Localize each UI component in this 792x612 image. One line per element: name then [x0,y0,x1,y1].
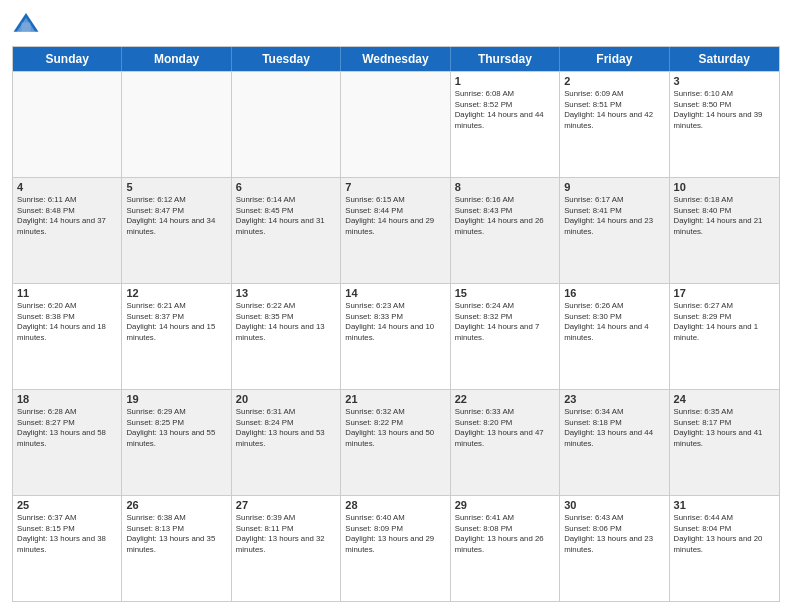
calendar-cell: 21Sunrise: 6:32 AM Sunset: 8:22 PM Dayli… [341,390,450,495]
calendar-cell [232,72,341,177]
calendar-cell: 31Sunrise: 6:44 AM Sunset: 8:04 PM Dayli… [670,496,779,601]
calendar-cell: 3Sunrise: 6:10 AM Sunset: 8:50 PM Daylig… [670,72,779,177]
day-number: 26 [126,499,226,511]
calendar-cell: 26Sunrise: 6:38 AM Sunset: 8:13 PM Dayli… [122,496,231,601]
calendar-cell: 7Sunrise: 6:15 AM Sunset: 8:44 PM Daylig… [341,178,450,283]
day-number: 28 [345,499,445,511]
calendar-cell: 20Sunrise: 6:31 AM Sunset: 8:24 PM Dayli… [232,390,341,495]
day-number: 2 [564,75,664,87]
calendar-cell: 10Sunrise: 6:18 AM Sunset: 8:40 PM Dayli… [670,178,779,283]
day-number: 6 [236,181,336,193]
day-info: Sunrise: 6:37 AM Sunset: 8:15 PM Dayligh… [17,513,117,555]
calendar-cell: 11Sunrise: 6:20 AM Sunset: 8:38 PM Dayli… [13,284,122,389]
calendar-cell: 4Sunrise: 6:11 AM Sunset: 8:48 PM Daylig… [13,178,122,283]
day-info: Sunrise: 6:11 AM Sunset: 8:48 PM Dayligh… [17,195,117,237]
day-info: Sunrise: 6:22 AM Sunset: 8:35 PM Dayligh… [236,301,336,343]
day-number: 17 [674,287,775,299]
calendar-cell [341,72,450,177]
weekday-header: Saturday [670,47,779,71]
calendar-cell: 9Sunrise: 6:17 AM Sunset: 8:41 PM Daylig… [560,178,669,283]
day-number: 25 [17,499,117,511]
calendar-cell: 23Sunrise: 6:34 AM Sunset: 8:18 PM Dayli… [560,390,669,495]
day-number: 11 [17,287,117,299]
day-info: Sunrise: 6:14 AM Sunset: 8:45 PM Dayligh… [236,195,336,237]
day-info: Sunrise: 6:29 AM Sunset: 8:25 PM Dayligh… [126,407,226,449]
day-number: 18 [17,393,117,405]
calendar-cell: 29Sunrise: 6:41 AM Sunset: 8:08 PM Dayli… [451,496,560,601]
day-info: Sunrise: 6:38 AM Sunset: 8:13 PM Dayligh… [126,513,226,555]
calendar-cell: 24Sunrise: 6:35 AM Sunset: 8:17 PM Dayli… [670,390,779,495]
calendar-row: 11Sunrise: 6:20 AM Sunset: 8:38 PM Dayli… [13,283,779,389]
calendar-cell: 18Sunrise: 6:28 AM Sunset: 8:27 PM Dayli… [13,390,122,495]
weekday-header: Sunday [13,47,122,71]
day-number: 14 [345,287,445,299]
day-number: 22 [455,393,555,405]
day-number: 30 [564,499,664,511]
day-number: 4 [17,181,117,193]
day-info: Sunrise: 6:31 AM Sunset: 8:24 PM Dayligh… [236,407,336,449]
calendar-cell: 5Sunrise: 6:12 AM Sunset: 8:47 PM Daylig… [122,178,231,283]
day-info: Sunrise: 6:17 AM Sunset: 8:41 PM Dayligh… [564,195,664,237]
day-info: Sunrise: 6:21 AM Sunset: 8:37 PM Dayligh… [126,301,226,343]
day-number: 8 [455,181,555,193]
calendar-row: 18Sunrise: 6:28 AM Sunset: 8:27 PM Dayli… [13,389,779,495]
day-info: Sunrise: 6:41 AM Sunset: 8:08 PM Dayligh… [455,513,555,555]
calendar-cell: 14Sunrise: 6:23 AM Sunset: 8:33 PM Dayli… [341,284,450,389]
day-number: 27 [236,499,336,511]
calendar-cell: 8Sunrise: 6:16 AM Sunset: 8:43 PM Daylig… [451,178,560,283]
day-number: 13 [236,287,336,299]
calendar-cell: 17Sunrise: 6:27 AM Sunset: 8:29 PM Dayli… [670,284,779,389]
calendar-cell: 19Sunrise: 6:29 AM Sunset: 8:25 PM Dayli… [122,390,231,495]
calendar-cell: 13Sunrise: 6:22 AM Sunset: 8:35 PM Dayli… [232,284,341,389]
weekday-header: Friday [560,47,669,71]
calendar-body: 1Sunrise: 6:08 AM Sunset: 8:52 PM Daylig… [13,71,779,601]
calendar-cell: 30Sunrise: 6:43 AM Sunset: 8:06 PM Dayli… [560,496,669,601]
weekday-header: Tuesday [232,47,341,71]
day-number: 10 [674,181,775,193]
day-info: Sunrise: 6:24 AM Sunset: 8:32 PM Dayligh… [455,301,555,343]
calendar-cell: 27Sunrise: 6:39 AM Sunset: 8:11 PM Dayli… [232,496,341,601]
day-info: Sunrise: 6:15 AM Sunset: 8:44 PM Dayligh… [345,195,445,237]
calendar-cell: 25Sunrise: 6:37 AM Sunset: 8:15 PM Dayli… [13,496,122,601]
day-number: 29 [455,499,555,511]
day-info: Sunrise: 6:16 AM Sunset: 8:43 PM Dayligh… [455,195,555,237]
calendar-cell: 15Sunrise: 6:24 AM Sunset: 8:32 PM Dayli… [451,284,560,389]
day-info: Sunrise: 6:20 AM Sunset: 8:38 PM Dayligh… [17,301,117,343]
day-info: Sunrise: 6:26 AM Sunset: 8:30 PM Dayligh… [564,301,664,343]
day-number: 15 [455,287,555,299]
day-number: 9 [564,181,664,193]
day-number: 31 [674,499,775,511]
weekday-header: Thursday [451,47,560,71]
day-number: 19 [126,393,226,405]
calendar-cell: 6Sunrise: 6:14 AM Sunset: 8:45 PM Daylig… [232,178,341,283]
day-info: Sunrise: 6:09 AM Sunset: 8:51 PM Dayligh… [564,89,664,131]
day-number: 12 [126,287,226,299]
day-number: 23 [564,393,664,405]
day-info: Sunrise: 6:33 AM Sunset: 8:20 PM Dayligh… [455,407,555,449]
weekday-header: Monday [122,47,231,71]
day-info: Sunrise: 6:28 AM Sunset: 8:27 PM Dayligh… [17,407,117,449]
day-info: Sunrise: 6:39 AM Sunset: 8:11 PM Dayligh… [236,513,336,555]
logo-icon [12,10,40,38]
svg-rect-2 [21,22,30,31]
calendar: SundayMondayTuesdayWednesdayThursdayFrid… [12,46,780,602]
calendar-cell: 12Sunrise: 6:21 AM Sunset: 8:37 PM Dayli… [122,284,231,389]
day-number: 20 [236,393,336,405]
day-info: Sunrise: 6:34 AM Sunset: 8:18 PM Dayligh… [564,407,664,449]
day-number: 1 [455,75,555,87]
calendar-row: 1Sunrise: 6:08 AM Sunset: 8:52 PM Daylig… [13,71,779,177]
calendar-header: SundayMondayTuesdayWednesdayThursdayFrid… [13,47,779,71]
day-info: Sunrise: 6:32 AM Sunset: 8:22 PM Dayligh… [345,407,445,449]
day-number: 7 [345,181,445,193]
day-info: Sunrise: 6:43 AM Sunset: 8:06 PM Dayligh… [564,513,664,555]
calendar-cell [13,72,122,177]
calendar-cell: 22Sunrise: 6:33 AM Sunset: 8:20 PM Dayli… [451,390,560,495]
day-number: 5 [126,181,226,193]
day-info: Sunrise: 6:08 AM Sunset: 8:52 PM Dayligh… [455,89,555,131]
day-info: Sunrise: 6:35 AM Sunset: 8:17 PM Dayligh… [674,407,775,449]
calendar-cell: 2Sunrise: 6:09 AM Sunset: 8:51 PM Daylig… [560,72,669,177]
calendar-row: 25Sunrise: 6:37 AM Sunset: 8:15 PM Dayli… [13,495,779,601]
day-info: Sunrise: 6:18 AM Sunset: 8:40 PM Dayligh… [674,195,775,237]
calendar-row: 4Sunrise: 6:11 AM Sunset: 8:48 PM Daylig… [13,177,779,283]
calendar-cell: 28Sunrise: 6:40 AM Sunset: 8:09 PM Dayli… [341,496,450,601]
